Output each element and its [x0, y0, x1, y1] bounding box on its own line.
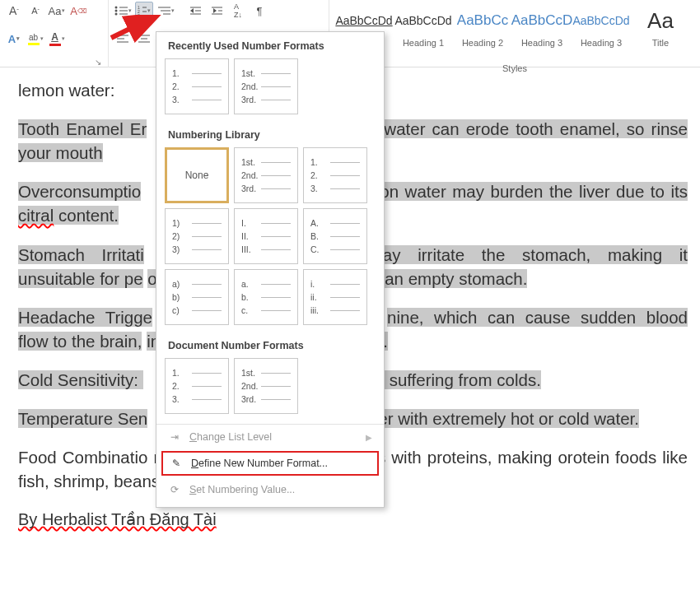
- ribbon-font-group: Aˆ Aˇ Aa▾ A⌫ A▾ ab ▾: [0, 0, 109, 67]
- define-new-number-format-action[interactable]: ✎ Define New Number Format...: [161, 451, 379, 476]
- set-numbering-value-action: ⟳ Set Numbering Value...: [156, 477, 384, 502]
- sort-button[interactable]: AZ↓: [229, 2, 247, 20]
- set-value-icon: ⟳: [168, 484, 181, 495]
- style-box[interactable]: AaTitle: [631, 2, 690, 50]
- numbering-option[interactable]: a)b)c): [165, 269, 229, 325]
- numbering-option[interactable]: 1st.2nd.3rd.: [234, 358, 298, 414]
- change-list-level-action: ⇥ Change List Level ▶: [156, 425, 384, 449]
- align-center-button[interactable]: [135, 30, 153, 48]
- dd-grid-doc: 1.2.3.1st.2nd.3rd.: [156, 358, 384, 421]
- svg-point-0: [115, 7, 118, 9]
- numbering-button[interactable]: 123▾: [135, 2, 153, 20]
- svg-marker-20: [213, 8, 217, 13]
- numbering-option[interactable]: A.B.C.: [303, 208, 367, 264]
- svg-text:2: 2: [138, 9, 140, 14]
- numbering-option[interactable]: I.II.III.: [234, 208, 298, 264]
- numbering-option[interactable]: 1)2)3): [165, 208, 229, 264]
- numbering-option[interactable]: 1st.2nd.3rd.: [234, 147, 298, 203]
- numbering-option[interactable]: 1.2.3.: [303, 147, 367, 203]
- style-box[interactable]: AaBbCcDdHeading 3: [572, 2, 631, 50]
- dd-section-recent: Recently Used Number Formats: [156, 32, 384, 58]
- highlight-color-button[interactable]: ab ▾: [26, 30, 44, 48]
- numbering-option[interactable]: 1st.2nd.3rd.: [234, 58, 298, 114]
- define-icon: ✎: [170, 458, 183, 469]
- align-left-button[interactable]: [114, 30, 132, 48]
- styles-gallery[interactable]: AaBbCcDd¶ No Spac...AaBbCcDdHeading 1AaB…: [334, 2, 695, 60]
- dd-grid-library: None1st.2nd.3rd.1.2.3.1)2)3)I.II.III.A.B…: [156, 147, 384, 332]
- numbering-option[interactable]: 1.2.3.: [165, 358, 229, 414]
- numbering-option[interactable]: i.ii.iii.: [303, 269, 367, 325]
- styles-group-label: Styles: [334, 60, 695, 73]
- change-case-button[interactable]: Aa▾: [48, 2, 66, 20]
- svg-text:3: 3: [138, 13, 140, 16]
- multilevel-list-button[interactable]: ▾: [156, 2, 175, 20]
- indent-icon: ⇥: [168, 431, 181, 443]
- style-box[interactable]: AaBbCcDHeading 3: [512, 2, 572, 50]
- dd-section-library: Numbering Library: [156, 121, 384, 147]
- style-box[interactable]: AaBbCcHeading 2: [453, 2, 512, 50]
- dd-footer: ⇥ Change List Level ▶ ✎ Define New Numbe…: [156, 424, 384, 502]
- svg-text:1: 1: [138, 5, 140, 10]
- style-box[interactable]: AaBbCcDdHeading 1: [394, 2, 453, 50]
- font-dialog-launcher[interactable]: ↘: [93, 58, 103, 67]
- font-color-button[interactable]: A ▾: [48, 30, 66, 48]
- dd-grid-recent: 1.2.3.1st.2nd.3rd.: [156, 58, 384, 121]
- bullets-button[interactable]: ▾: [114, 2, 132, 20]
- chevron-right-icon: ▶: [366, 433, 372, 442]
- ribbon-styles-group: AaBbCcDd¶ No Spac...AaBbCcDdHeading 1AaB…: [329, 0, 700, 67]
- svg-point-4: [115, 13, 118, 16]
- decrease-indent-button[interactable]: [186, 2, 204, 20]
- clear-format-button[interactable]: A⌫: [69, 2, 87, 20]
- svg-marker-16: [190, 8, 194, 13]
- svg-point-2: [115, 10, 118, 12]
- byline[interactable]: By Herbalist Trần Đăng Tài: [18, 508, 688, 531]
- numbering-dropdown: Recently Used Number Formats 1.2.3.1st.2…: [156, 31, 385, 508]
- grow-font-button[interactable]: Aˆ: [5, 2, 23, 20]
- numbering-option[interactable]: 1.2.3.: [165, 58, 229, 114]
- text-effects-button[interactable]: A▾: [5, 30, 23, 48]
- numbering-option[interactable]: None: [165, 147, 229, 203]
- dd-section-doc: Document Number Formats: [156, 332, 384, 358]
- show-hide-button[interactable]: ¶: [250, 2, 268, 20]
- numbering-option[interactable]: a.b.c.: [234, 269, 298, 325]
- increase-indent-button[interactable]: [208, 2, 226, 20]
- shrink-font-button[interactable]: Aˇ: [26, 2, 44, 20]
